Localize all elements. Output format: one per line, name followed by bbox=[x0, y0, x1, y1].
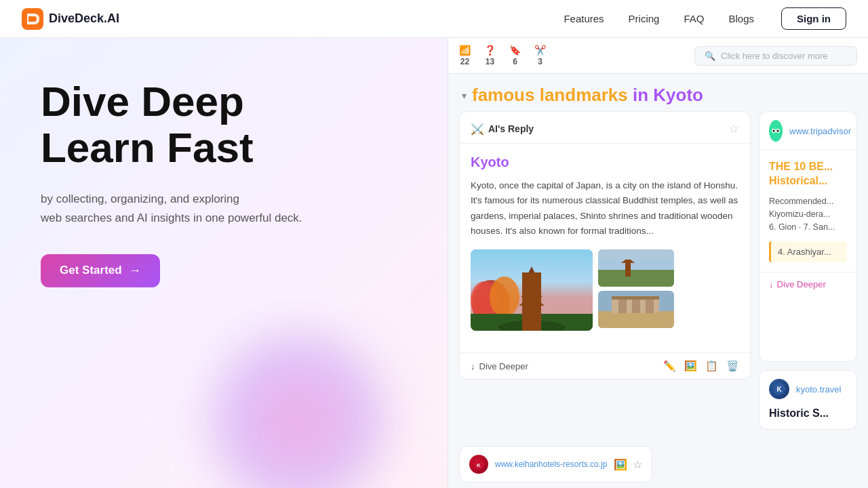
tripadvisor-logo bbox=[769, 120, 783, 142]
headline-line2: Learn Fast bbox=[41, 124, 254, 171]
svg-rect-22 bbox=[618, 300, 627, 313]
query-word-famous: famous bbox=[472, 85, 540, 105]
star-button[interactable]: ☆ bbox=[728, 121, 739, 136]
svg-point-4 bbox=[490, 277, 519, 317]
stat-messages: 📶 22 bbox=[459, 45, 471, 66]
nav-faq[interactable]: FAQ bbox=[684, 13, 704, 24]
svg-rect-13 bbox=[598, 270, 674, 287]
svg-rect-17 bbox=[598, 249, 674, 260]
svg-marker-8 bbox=[521, 287, 542, 297]
ai-card-header: ⚔️ AI's Reply ☆ bbox=[460, 112, 750, 144]
query-word-kyoto: Kyoto bbox=[653, 85, 703, 105]
svg-rect-10 bbox=[471, 314, 593, 331]
kyoto-main-svg bbox=[471, 249, 593, 331]
chevron-down-icon[interactable]: ▾ bbox=[462, 90, 467, 101]
keihan-logo: K bbox=[469, 455, 488, 474]
bottom-row: K www.keihanhotels-resorts.co.jp 🖼️ ☆ bbox=[448, 443, 868, 488]
kt-card-header: K kyoto.travel bbox=[760, 371, 856, 407]
stat-bookmarks: 🔖 6 bbox=[509, 45, 521, 66]
svg-text:K: K bbox=[776, 386, 782, 393]
nav-links: Features Pricing FAQ Blogs bbox=[564, 13, 754, 24]
svg-marker-9 bbox=[519, 296, 545, 306]
panel-stats: 📶 22 ❓ 13 🔖 6 ✂️ 3 bbox=[459, 45, 546, 66]
keihan-action-icons: 🖼️ ☆ bbox=[614, 458, 642, 471]
ai-reply-card: ⚔️ AI's Reply ☆ Kyoto Kyoto, once the ca… bbox=[459, 111, 751, 380]
kyoto-thumb-2 bbox=[598, 291, 674, 328]
kt-card-body: Historic S... bbox=[760, 407, 856, 429]
dive-deeper-arrow-icon: ↓ bbox=[471, 361, 475, 371]
logo-area[interactable]: DiveDeck.AI bbox=[22, 8, 119, 30]
logo-text: DiveDeck.AI bbox=[49, 12, 119, 26]
scissors-icon: ✂️ bbox=[534, 45, 546, 56]
svg-rect-5 bbox=[528, 280, 535, 314]
keihan-url[interactable]: www.keihanhotels-resorts.co.jp bbox=[495, 460, 607, 469]
sign-in-button[interactable]: Sign in bbox=[781, 7, 846, 30]
ta-title: THE 10 BE...Historical... bbox=[769, 160, 847, 188]
side-cards: www.tripadvisor THE 10 BE...Historical..… bbox=[759, 111, 857, 430]
question-icon: ❓ bbox=[484, 45, 496, 56]
nav-features[interactable]: Features bbox=[564, 13, 604, 24]
kyoto-main-image bbox=[471, 249, 593, 331]
nav-blogs[interactable]: Blogs bbox=[728, 13, 754, 24]
ta-dive-deeper-arrow-icon: ↓ bbox=[769, 279, 774, 289]
edit-icon[interactable]: ✏️ bbox=[663, 360, 676, 372]
bookmark-icon: 🔖 bbox=[509, 45, 521, 56]
kyoto-travel-logo: K bbox=[769, 379, 789, 399]
get-started-button[interactable]: Get Started → bbox=[41, 254, 160, 287]
panel-topbar: 📶 22 ❓ 13 🔖 6 ✂️ 3 🔍 Click here to bbox=[448, 38, 868, 74]
headline-line1: Dive Deep bbox=[41, 78, 244, 125]
dive-deeper-button[interactable]: ↓ Dive Deeper bbox=[471, 361, 528, 371]
svg-rect-21 bbox=[612, 296, 659, 300]
kt-title: Historic S... bbox=[769, 407, 847, 420]
tripadvisor-card: www.tripadvisor THE 10 BE...Historical..… bbox=[759, 111, 857, 362]
keihan-star-icon[interactable]: ☆ bbox=[633, 458, 642, 471]
nav-pricing[interactable]: Pricing bbox=[629, 13, 660, 24]
svg-rect-24 bbox=[646, 300, 654, 313]
kyoto-images bbox=[471, 249, 739, 331]
svg-text:K: K bbox=[477, 462, 481, 468]
kyoto-travel-url[interactable]: kyoto.travel bbox=[796, 384, 841, 394]
ai-card-body: Kyoto Kyoto, once the capital of Japan, … bbox=[460, 144, 750, 352]
search-icon: 🔍 bbox=[705, 51, 715, 61]
keihan-image-icon[interactable]: 🖼️ bbox=[614, 458, 627, 471]
tripadvisor-url[interactable]: www.tripadvisor bbox=[789, 126, 851, 136]
ai-label: ⚔️ AI's Reply bbox=[471, 123, 534, 136]
svg-rect-23 bbox=[632, 300, 640, 313]
cards-area: ⚔️ AI's Reply ☆ Kyoto Kyoto, once the ca… bbox=[448, 111, 868, 443]
main-content: Dive Deep Learn Fast by collecting, orga… bbox=[0, 38, 868, 488]
messages-icon: 📶 bbox=[459, 45, 471, 56]
query-header: ▾ famous landmarks in Kyoto bbox=[448, 74, 868, 111]
stat-questions: ❓ 13 bbox=[484, 45, 496, 66]
hero-headline: Dive Deep Learn Fast bbox=[41, 79, 407, 171]
svg-rect-19 bbox=[598, 311, 674, 328]
query-text: famous landmarks in Kyoto bbox=[472, 85, 703, 106]
query-word-in: in bbox=[633, 85, 653, 105]
navbar: DiveDeck.AI Features Pricing FAQ Blogs S… bbox=[0, 0, 868, 38]
kyoto-description: Kyoto, once the capital of Japan, is a c… bbox=[471, 178, 739, 239]
ta-card-header: www.tripadvisor bbox=[760, 112, 856, 150]
ta-numbered-item: 4. Arashiyar... bbox=[769, 241, 847, 262]
right-panel: 📶 22 ❓ 13 🔖 6 ✂️ 3 🔍 Click here to bbox=[448, 38, 868, 488]
ai-sparkle-icon: ⚔️ bbox=[471, 123, 484, 136]
svg-point-28 bbox=[773, 130, 775, 132]
search-placeholder: Click here to discover more bbox=[721, 51, 828, 61]
image-icon[interactable]: 🖼️ bbox=[684, 360, 697, 372]
kyoto-thumbnails bbox=[598, 249, 674, 331]
ta-description: Recommended... Kiyomizu-dera...6. Gion ·… bbox=[769, 195, 847, 235]
footer-action-icons: ✏️ 🖼️ 📋 🗑️ bbox=[663, 360, 739, 372]
hero-subtitle: by collecting, organizing, and exploring… bbox=[41, 190, 339, 226]
ai-card-footer: ↓ Dive Deeper ✏️ 🖼️ 📋 🗑️ bbox=[460, 352, 750, 379]
panel-search[interactable]: 🔍 Click here to discover more bbox=[694, 46, 857, 66]
copy-icon[interactable]: 📋 bbox=[705, 360, 718, 372]
trash-icon[interactable]: 🗑️ bbox=[726, 360, 739, 372]
stat-clips: ✂️ 3 bbox=[534, 45, 546, 66]
ta-card-body: THE 10 BE...Historical... Recommended...… bbox=[760, 150, 856, 272]
query-word-landmarks: landmarks bbox=[540, 85, 633, 105]
logo-icon bbox=[22, 8, 43, 30]
hero-blob bbox=[203, 325, 393, 488]
hero-section: Dive Deep Learn Fast by collecting, orga… bbox=[0, 38, 448, 488]
arrow-right-icon: → bbox=[129, 264, 141, 278]
keihan-card: K www.keihanhotels-resorts.co.jp 🖼️ ☆ bbox=[459, 446, 652, 483]
ta-dive-deeper-button[interactable]: ↓ Dive Deeper bbox=[760, 272, 856, 296]
kyoto-title: Kyoto bbox=[471, 155, 739, 170]
